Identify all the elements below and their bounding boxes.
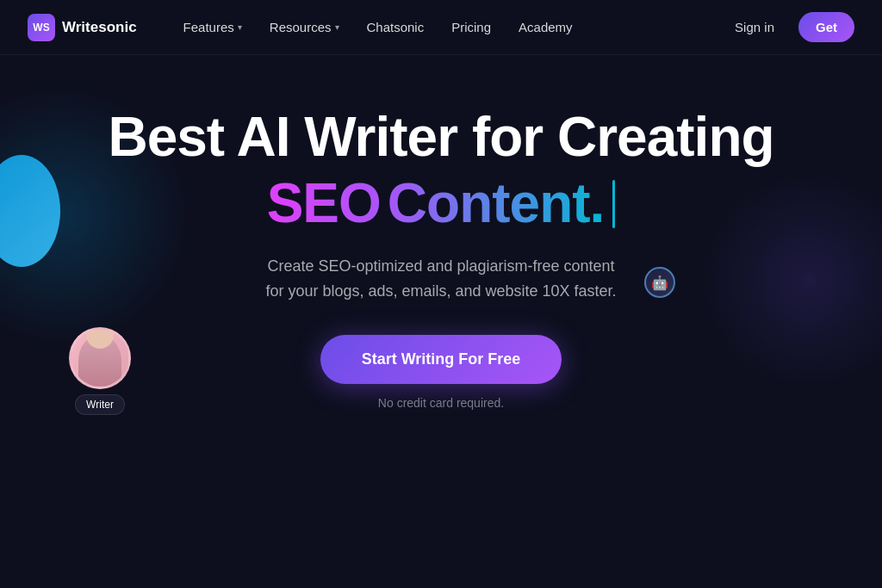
avatar-person-head — [86, 327, 114, 349]
avatar-label: Writer — [75, 394, 125, 415]
hero-title-line2: SEO Content. — [267, 170, 616, 237]
cursor-blink — [612, 180, 615, 228]
hero-subtitle: Create SEO-optimized and plagiarism-free… — [265, 254, 616, 304]
hero-section: Best AI Writer for Creating SEO Content.… — [0, 55, 882, 410]
logo-area[interactable]: WS Writesonic — [28, 14, 137, 41]
get-started-button[interactable]: Get — [798, 12, 854, 42]
nav-academy[interactable]: Academy — [506, 13, 585, 41]
avatar-image — [69, 327, 131, 389]
writesonic-logo-icon: WS — [28, 14, 55, 41]
nav-links: Features ▾ Resources ▾ Chatsonic Pricing… — [171, 13, 722, 41]
hero-title-line1: Best AI Writer for Creating — [108, 107, 773, 167]
floating-avatar: Writer — [69, 327, 131, 415]
features-chevron-icon: ▾ — [238, 22, 242, 32]
resources-chevron-icon: ▾ — [335, 22, 339, 32]
nav-features[interactable]: Features ▾ — [171, 13, 254, 41]
avatar-person-body — [78, 335, 121, 387]
hero-seo-text: SEO — [267, 170, 381, 237]
nav-right: Sign in Get — [721, 12, 854, 42]
chatsonic-bot-icon: 🤖 — [644, 267, 675, 298]
brand-name: Writesonic — [62, 19, 137, 36]
nav-chatsonic[interactable]: Chatsonic — [355, 13, 437, 41]
nav-resources[interactable]: Resources ▾ — [258, 13, 351, 41]
cta-start-writing-button[interactable]: Start Writing For Free — [320, 335, 562, 384]
navbar: WS Writesonic Features ▾ Resources ▾ Cha… — [0, 0, 882, 55]
sign-in-button[interactable]: Sign in — [721, 13, 788, 41]
no-credit-text: No credit card required. — [378, 396, 504, 410]
hero-content-text: Content. — [388, 170, 605, 237]
nav-pricing[interactable]: Pricing — [439, 13, 503, 41]
